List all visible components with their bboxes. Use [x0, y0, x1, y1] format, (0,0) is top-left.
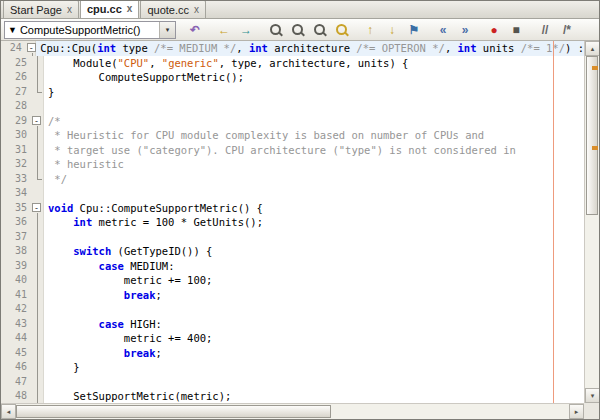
code-text[interactable]: case MEDIUM: [44, 259, 584, 274]
code-line[interactable]: 31 * target use ("category"). CPU archit… [1, 143, 584, 158]
code-line[interactable]: 30 * Heuristic for CPU module complexity… [1, 128, 584, 143]
code-line[interactable]: 38 switch (GetTypeID()) { [1, 244, 584, 259]
code-editor[interactable]: 24-Cpu::Cpu(int type /*= MEDIUM */, int … [1, 41, 584, 403]
code-text[interactable]: ComputeSupportMetric(); [44, 70, 584, 85]
code-text[interactable]: */ [44, 172, 584, 187]
code-text[interactable] [44, 186, 584, 201]
code-text[interactable]: break; [44, 346, 584, 361]
code-text[interactable] [44, 302, 584, 317]
code-line[interactable]: 42 [1, 302, 584, 317]
code-line[interactable]: 35-void Cpu::ComputeSupportMetric() { [1, 201, 584, 216]
code-text[interactable]: Module("CPU", "generic", type, architect… [44, 56, 584, 71]
fold-indicator[interactable]: - [31, 201, 44, 216]
horizontal-scroll-thumb[interactable] [16, 405, 331, 418]
chevron-down-icon[interactable]: ▾ [159, 22, 175, 38]
code-line[interactable]: 37 [1, 230, 584, 245]
line-number: 46 [1, 360, 31, 375]
fold-collapse-icon[interactable]: - [32, 116, 41, 125]
code-line[interactable]: 24-Cpu::Cpu(int type /*= MEDIUM */, int … [1, 41, 584, 56]
code-line[interactable]: 28 [1, 99, 584, 114]
close-icon[interactable]: x [127, 4, 133, 14]
scroll-up-icon[interactable]: ▴ [585, 41, 600, 56]
scroll-down-icon[interactable]: ▾ [585, 388, 600, 403]
code-line[interactable]: 47 [1, 375, 584, 390]
member-selector-combobox[interactable]: ▼ ComputeSupportMetric() ▾ [4, 21, 176, 39]
uncomment-icon[interactable]: /* [556, 19, 578, 41]
horizontal-scroll-track[interactable] [16, 404, 569, 419]
code-line[interactable]: 40 metric += 100; [1, 273, 584, 288]
vertical-scroll-track[interactable] [585, 56, 599, 388]
fold-indicator[interactable]: - [26, 41, 37, 56]
code-text[interactable]: int metric = 100 * GetUnits(); [44, 215, 584, 230]
code-text[interactable]: * heuristic [44, 157, 584, 172]
code-text[interactable]: /* [44, 114, 584, 129]
fold-indicator [31, 389, 44, 403]
line-number: 45 [1, 346, 31, 361]
start-macro-recording-icon[interactable]: ● [483, 19, 505, 41]
code-text[interactable]: switch (GetTypeID()) { [44, 244, 584, 259]
fold-collapse-icon[interactable]: - [32, 203, 41, 212]
close-icon[interactable]: x [67, 5, 72, 15]
code-text[interactable]: case HIGH: [44, 317, 584, 332]
code-line[interactable]: 33 */ [1, 172, 584, 187]
line-number: 25 [1, 56, 31, 71]
code-line[interactable]: 44 metric += 400; [1, 331, 584, 346]
code-line[interactable]: 27} [1, 85, 584, 100]
code-line[interactable]: 29-/* [1, 114, 584, 129]
code-line[interactable]: 26 ComputeSupportMetric(); [1, 70, 584, 85]
code-line[interactable]: 39 case MEDIUM: [1, 259, 584, 274]
shift-right-icon[interactable]: » [454, 19, 476, 41]
toggle-highlight-icon[interactable] [330, 19, 352, 41]
fold-indicator [31, 157, 44, 172]
code-text[interactable] [44, 230, 584, 245]
shift-left-icon[interactable]: « [432, 19, 454, 41]
code-text[interactable]: } [44, 360, 584, 375]
code-text[interactable]: * Heuristic for CPU module complexity is… [44, 128, 584, 143]
next-bookmark-icon[interactable]: ↓ [381, 19, 403, 41]
tab-quote-cc[interactable]: quote.ccx [140, 0, 206, 18]
code-text[interactable]: Cpu::Cpu(int type /*= MEDIUM */, int arc… [36, 41, 584, 56]
fold-indicator[interactable]: - [31, 114, 44, 129]
code-line[interactable]: 43 case HIGH: [1, 317, 584, 332]
code-line[interactable]: 45 break; [1, 346, 584, 361]
toolbar-group: ↑↓⚑ [359, 19, 425, 41]
code-line[interactable]: 48 SetSupportMetric(metric); [1, 389, 584, 403]
scroll-right-icon[interactable]: ▸ [569, 404, 584, 419]
code-text[interactable]: SetSupportMetric(metric); [44, 389, 584, 403]
code-text[interactable]: } [44, 85, 584, 100]
line-number: 38 [1, 244, 31, 259]
code-text[interactable] [44, 99, 584, 114]
find-next-icon[interactable] [286, 19, 308, 41]
fold-collapse-icon[interactable]: - [27, 43, 36, 52]
tab-cpu-cc[interactable]: cpu.ccx [80, 0, 139, 18]
code-line[interactable]: 46 } [1, 360, 584, 375]
find-previous-icon[interactable] [308, 19, 330, 41]
error-stripe-mark[interactable] [592, 146, 598, 150]
comment-icon[interactable]: // [534, 19, 556, 41]
code-line[interactable]: 32 * heuristic [1, 157, 584, 172]
code-text[interactable]: * target use ("category"). CPU architect… [44, 143, 584, 158]
code-text[interactable]: metric += 100; [44, 273, 584, 288]
code-line[interactable]: 25 Module("CPU", "generic", type, archit… [1, 56, 584, 71]
stop-macro-recording-icon[interactable]: ■ [505, 19, 527, 41]
code-text[interactable] [44, 375, 584, 390]
code-text[interactable]: break; [44, 288, 584, 303]
toggle-bookmark-icon[interactable]: ⚑ [403, 19, 425, 41]
back-icon[interactable]: ← [213, 19, 235, 41]
find-icon[interactable] [264, 19, 286, 41]
code-text[interactable]: metric += 400; [44, 331, 584, 346]
close-icon[interactable]: x [194, 5, 199, 15]
forward-icon[interactable]: → [235, 19, 257, 41]
code-line[interactable]: 34 [1, 186, 584, 201]
vertical-scrollbar[interactable]: ▴ ▾ [584, 41, 599, 403]
vertical-scroll-thumb[interactable] [586, 56, 598, 215]
last-edit-location-icon[interactable]: ↶ [184, 19, 206, 41]
scroll-left-icon[interactable]: ◂ [1, 404, 16, 419]
code-text[interactable]: void Cpu::ComputeSupportMetric() { [44, 201, 584, 216]
error-stripe-mark[interactable] [592, 66, 598, 70]
code-line[interactable]: 36 int metric = 100 * GetUnits(); [1, 215, 584, 230]
tab-start-page[interactable]: Start Pagex [3, 0, 79, 18]
horizontal-scrollbar[interactable]: ◂ ▸ [1, 403, 584, 419]
previous-bookmark-icon[interactable]: ↑ [359, 19, 381, 41]
code-line[interactable]: 41 break; [1, 288, 584, 303]
